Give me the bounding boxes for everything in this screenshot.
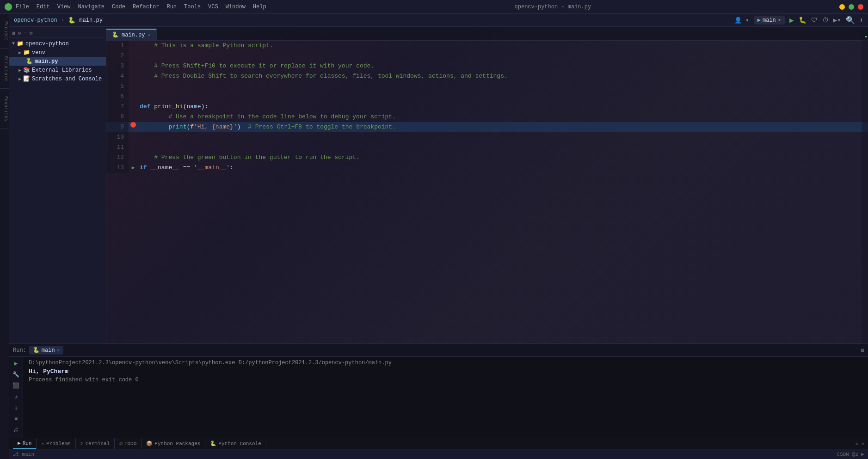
menu-file[interactable]: File — [16, 4, 29, 10]
menu-tools[interactable]: Tools — [184, 4, 201, 10]
nav-project[interactable]: opencv-python — [14, 17, 57, 24]
minimize-button[interactable] — [839, 4, 845, 10]
line-num-10: 10 — [106, 132, 129, 142]
run-rerun-button[interactable]: ↺ — [12, 392, 21, 401]
status-bar-right: CSDN @z ▶ — [837, 451, 864, 457]
tree-scratches[interactable]: ▶ 📝 Scratches and Console — [9, 74, 106, 83]
menu-run[interactable]: Run — [166, 4, 177, 10]
tree-scratches-label: Scratches and Console — [32, 76, 102, 82]
run-play-button[interactable]: ▶ — [12, 359, 21, 368]
menu-vcs[interactable]: VCS — [208, 4, 218, 10]
bottom-tab-terminal[interactable]: > Terminal — [76, 438, 115, 449]
run-arrow-icon[interactable]: ▶ — [132, 163, 135, 173]
run-config-name: main — [763, 17, 776, 24]
bottom-tab-run[interactable]: ▶ Run — [13, 438, 37, 449]
close-button[interactable] — [858, 4, 863, 10]
run-scroll-end-button[interactable]: ↧ — [12, 403, 21, 412]
run-content: ▶ 🔧 ⬛ ↺ ↧ ≡ 🖨 D:\pythonProject2021.2.3\o… — [9, 357, 868, 438]
bottom-tab-console[interactable]: 🐍 Python Console — [205, 438, 266, 449]
maximize-button[interactable] — [849, 4, 854, 10]
nav-bar: opencv-python › 🐍 main.py 👤 ▾ ▶ main ▾ ▶… — [9, 14, 868, 27]
favorites-tab[interactable]: Favorites — [0, 89, 9, 129]
todo-tab-icon: ☑ — [119, 441, 123, 447]
tab-close-button[interactable]: ✕ — [148, 32, 151, 38]
bottom-expand-left[interactable]: « — [856, 441, 859, 447]
code-line-9: 9 print(f'Hi, {name}') # Press Ctrl+F8 t… — [106, 122, 868, 132]
run-sidebar: ▶ 🔧 ⬛ ↺ ↧ ≡ 🖨 — [9, 357, 23, 438]
file-tree-toolbar: ⊞ ⊙ ≡ ⚙ — [9, 29, 106, 37]
app-logo — [5, 3, 12, 11]
debug-button[interactable]: 🐛 — [799, 16, 806, 24]
tree-venv[interactable]: ▶ 📁 venv — [9, 48, 106, 57]
menu-window[interactable]: Window — [226, 4, 246, 10]
scroll-gutter[interactable] — [862, 27, 868, 343]
run-tab-close-button[interactable]: ✕ — [57, 347, 60, 353]
git-icon[interactable]: ⎇ main — [13, 451, 34, 457]
problems-tab-icon: ⚠ — [41, 441, 44, 447]
title-bar: File Edit View Navigate Code Refactor Ru… — [0, 0, 868, 14]
update-button[interactable]: ⬆ — [860, 16, 863, 24]
code-line-7: 7 def print_hi(name): — [106, 102, 868, 112]
run-wrench-button[interactable]: 🔧 — [12, 370, 21, 379]
run-filter-button[interactable]: ≡ — [12, 414, 21, 423]
more-actions[interactable]: ▶▾ — [833, 16, 841, 24]
bottom-tab-todo[interactable]: ☑ TODO — [115, 438, 142, 449]
file-tree: ⊞ ⊙ ≡ ⚙ ▼ 📁 opencv-python ▶ 📁 venv — [9, 27, 106, 343]
run-button[interactable]: ▶ — [789, 16, 794, 25]
bottom-tab-packages[interactable]: 📦 Python Packages — [142, 438, 205, 449]
run-settings-button[interactable]: ⚙ — [861, 347, 864, 354]
menu-refactor[interactable]: Refactor — [133, 4, 160, 10]
menu-edit[interactable]: Edit — [37, 4, 50, 10]
menu-navigate[interactable]: Navigate — [78, 4, 105, 10]
editor-tab-main-py[interactable]: 🐍 main.py ✕ — [106, 29, 157, 40]
bottom-expand-right[interactable]: » — [861, 441, 864, 447]
run-tab-name: main — [42, 347, 55, 354]
line-content-4: # Press Double Shift to search everywher… — [138, 71, 868, 81]
tree-layout-icon[interactable]: ⊞ — [12, 30, 15, 36]
tab-filename: main.py — [122, 32, 145, 38]
breakpoint-marker[interactable] — [130, 122, 136, 128]
tree-sync-icon[interactable]: ⊙ — [18, 30, 21, 36]
user-icon[interactable]: 👤 ▾ — [734, 17, 749, 24]
code-line-12: 12 # Press the green button in the gutte… — [106, 153, 868, 163]
line-num-5: 5 — [106, 81, 129, 92]
line-num-7: 7 — [106, 102, 129, 112]
search-button[interactable]: 🔍 — [846, 16, 855, 25]
tree-main-label: main.py — [35, 58, 58, 65]
run-config-selector[interactable]: ▶ main ▾ — [754, 16, 785, 24]
window-title: opencv-python - main.py — [515, 4, 591, 10]
code-line-8: 8 # Use a breakpoint in the code line be… — [106, 112, 868, 122]
tree-main-py[interactable]: 🐍 main.py — [9, 57, 106, 66]
run-tab-icon: 🐍 — [33, 347, 40, 354]
profile-button[interactable]: ⏱ — [822, 17, 829, 24]
line-num-12: 12 — [106, 153, 129, 163]
problems-tab-text: Problems — [46, 441, 71, 447]
todo-tab-text: TODO — [124, 441, 136, 447]
expand-arrow-icon: ▶ — [18, 50, 21, 55]
run-print-button[interactable]: 🖨 — [12, 425, 21, 435]
run-stop-button[interactable]: ⬛ — [12, 381, 21, 390]
structure-tab[interactable]: Structure — [0, 49, 9, 89]
project-tab[interactable]: Project — [0, 14, 9, 49]
menu-help[interactable]: Help — [253, 4, 266, 10]
line-num-13: 13 — [106, 163, 129, 173]
scroll-mark — [865, 36, 867, 37]
line-content-3: # Press Shift+F10 to execute it or repla… — [138, 61, 868, 71]
menu-view[interactable]: View — [57, 4, 71, 10]
run-config-arrow: ▾ — [778, 17, 781, 24]
menu-code[interactable]: Code — [112, 4, 125, 10]
tree-collapse-icon[interactable]: ≡ — [24, 31, 27, 36]
tree-project-root[interactable]: ▼ 📁 opencv-python — [9, 39, 106, 48]
nav-file[interactable]: main.py — [79, 17, 102, 24]
coverage-button[interactable]: 🛡 — [811, 17, 818, 24]
python-file-icon: 🐍 — [26, 58, 33, 65]
project-tab-label: Project — [2, 18, 9, 44]
code-editor[interactable]: 1 # This is a sample Python script. 2 3 — [106, 41, 868, 343]
bottom-bar-right: « » — [856, 441, 864, 447]
tree-ext-libs[interactable]: ▶ 📚 External Libraries — [9, 66, 106, 74]
packages-tab-icon: 📦 — [146, 441, 153, 447]
console-tab-icon: 🐍 — [210, 441, 216, 447]
run-active-tab[interactable]: 🐍 main ✕ — [29, 346, 63, 355]
bottom-tab-problems[interactable]: ⚠ Problems — [37, 438, 75, 449]
tree-filter-icon[interactable]: ⚙ — [30, 30, 33, 36]
